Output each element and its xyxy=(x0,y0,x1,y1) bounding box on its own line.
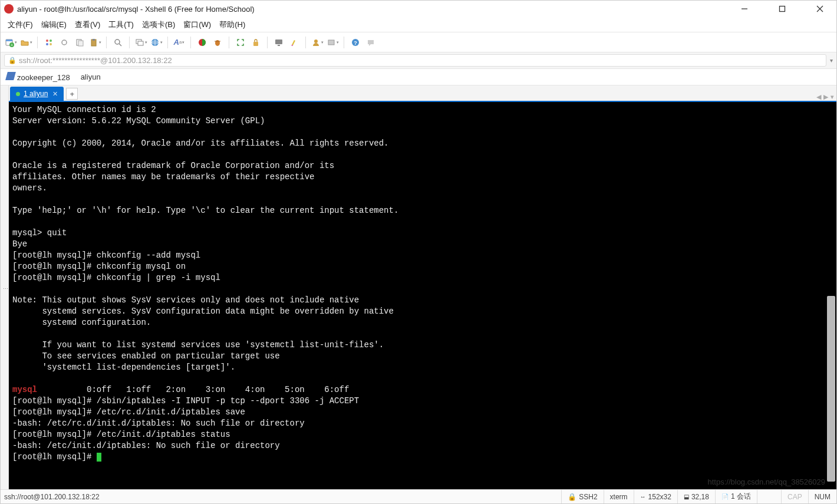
tab-nav: ◀ ▶ ▾ xyxy=(816,93,834,101)
address-bar: 🔒 ssh://root:****************@101.200.13… xyxy=(1,52,836,69)
menu-file[interactable]: 文件(F) xyxy=(4,18,37,31)
svg-rect-19 xyxy=(138,41,143,45)
status-num: NUM xyxy=(808,490,836,503)
left-gutter[interactable]: ⋮ xyxy=(1,85,9,489)
terminal-scrollbar[interactable] xyxy=(826,102,836,489)
main-area: ⋮ 1 aliyun ✕ + ◀ ▶ ▾ Your MySQL connecti… xyxy=(1,85,836,489)
menubar: 文件(F) 编辑(E) 查看(V) 工具(T) 选项卡(B) 窗口(W) 帮助(… xyxy=(1,17,836,32)
globe-icon[interactable]: ▾ xyxy=(150,36,163,49)
svg-point-10 xyxy=(46,43,48,45)
search-icon[interactable] xyxy=(111,36,124,49)
toolbar-separator xyxy=(167,37,168,48)
menu-tabs[interactable]: 选项卡(B) xyxy=(139,18,179,31)
svg-rect-13 xyxy=(78,41,83,46)
sessions-icon[interactable]: ▾ xyxy=(134,36,147,49)
copy-icon[interactable] xyxy=(73,36,86,49)
fullscreen-icon[interactable] xyxy=(234,36,247,49)
menu-window[interactable]: 窗口(W) xyxy=(180,18,215,31)
toolbar-separator xyxy=(129,37,130,48)
toolbar-separator xyxy=(344,37,344,48)
open-button[interactable]: ▾ xyxy=(19,36,32,49)
status-bar: ssh://root@101.200.132.18:22 🔒SSH2 xterm… xyxy=(1,489,836,503)
menu-edit[interactable]: 编辑(E) xyxy=(38,18,70,31)
tab-aliyun[interactable]: 1 aliyun ✕ xyxy=(10,87,64,101)
scrollbar-thumb[interactable] xyxy=(827,296,835,482)
svg-rect-1 xyxy=(780,6,785,12)
svg-point-16 xyxy=(115,39,120,44)
tab-menu-icon[interactable]: ▾ xyxy=(831,93,834,101)
menu-view[interactable]: 查看(V) xyxy=(71,18,104,31)
session-aliyun[interactable]: aliyun xyxy=(81,73,101,81)
bug-icon[interactable] xyxy=(211,36,224,49)
status-connection: ssh://root@101.200.132.18:22 xyxy=(1,493,561,501)
toolbar-separator xyxy=(229,37,229,48)
chat-icon[interactable] xyxy=(364,36,377,49)
svg-rect-27 xyxy=(278,45,280,46)
status-sessions: 📄 1 会话 xyxy=(715,490,757,503)
session-icon xyxy=(5,72,16,80)
window-title: aliyun - root@lh:/usr/local/src/mysql - … xyxy=(17,5,731,14)
status-extra xyxy=(757,490,781,503)
toolbar-separator xyxy=(37,37,38,48)
status-cap: CAP xyxy=(781,490,808,503)
svg-line-17 xyxy=(119,44,121,46)
svg-rect-25 xyxy=(253,42,258,46)
app-icon xyxy=(4,4,14,14)
more-icon[interactable]: ▾ xyxy=(326,36,339,49)
status-size: ↔ 152x32 xyxy=(634,490,677,503)
paste-icon[interactable]: ▾ xyxy=(88,36,101,49)
app-window: aliyun - root@lh:/usr/local/src/mysql - … xyxy=(0,0,837,504)
highlight-icon[interactable] xyxy=(288,36,301,49)
address-input[interactable]: 🔒 ssh://root:****************@101.200.13… xyxy=(4,54,826,67)
status-cursor: ⬓ 32,18 xyxy=(677,490,715,503)
close-button[interactable] xyxy=(807,1,833,17)
user-icon[interactable]: ▾ xyxy=(311,36,324,49)
svg-rect-5 xyxy=(6,39,12,41)
toolbar-separator xyxy=(305,37,306,48)
svg-text:+: + xyxy=(10,43,12,47)
new-tab-button[interactable]: + xyxy=(66,88,78,100)
address-text: ssh://root:****************@101.200.132.… xyxy=(19,56,172,65)
terminal-wrap: 1 aliyun ✕ + ◀ ▶ ▾ Your MySQL connection… xyxy=(9,85,836,489)
toolbar: +▾ ▾ ▾ ▾ ▾ Aa▾ ▾ ▾ ? xyxy=(1,32,836,52)
svg-point-8 xyxy=(46,39,48,42)
menu-tools[interactable]: 工具(T) xyxy=(105,18,137,31)
terminal[interactable]: Your MySQL connection id is 2 Server ver… xyxy=(9,101,836,489)
toolbar-separator xyxy=(267,37,268,48)
font-icon[interactable]: Aa▾ xyxy=(173,36,186,49)
desktop-icon[interactable] xyxy=(272,36,285,49)
svg-text:?: ? xyxy=(354,40,357,46)
toolbar-separator xyxy=(106,37,107,48)
color-scheme-icon[interactable] xyxy=(196,36,209,49)
lock-icon[interactable] xyxy=(249,36,262,49)
lock-icon: 🔒 xyxy=(8,57,17,64)
reconnect-icon[interactable] xyxy=(58,36,71,49)
tab-close-icon[interactable]: ✕ xyxy=(52,90,58,98)
status-ssh: 🔒SSH2 xyxy=(561,490,603,503)
tab-prev-icon[interactable]: ◀ xyxy=(816,93,821,101)
svg-point-28 xyxy=(314,39,318,43)
new-session-button[interactable]: +▾ xyxy=(4,36,17,49)
svg-rect-15 xyxy=(93,39,95,41)
address-dropdown-icon[interactable]: ▾ xyxy=(830,57,833,64)
maximize-button[interactable] xyxy=(769,1,795,17)
svg-rect-26 xyxy=(275,39,282,44)
status-term: xterm xyxy=(604,490,634,503)
minimize-button[interactable] xyxy=(731,1,757,17)
svg-rect-29 xyxy=(328,40,334,45)
svg-point-9 xyxy=(50,39,52,42)
titlebar[interactable]: aliyun - root@lh:/usr/local/src/mysql - … xyxy=(1,1,836,17)
session-bar: zookeeper_128 aliyun xyxy=(1,69,836,85)
session-zookeeper[interactable]: zookeeper_128 xyxy=(6,72,70,82)
toolbar-separator xyxy=(190,37,191,48)
tab-label: 1 aliyun xyxy=(24,90,48,98)
tab-strip: 1 aliyun ✕ + ◀ ▶ ▾ xyxy=(9,85,836,101)
properties-icon[interactable] xyxy=(42,36,55,49)
help-icon[interactable]: ? xyxy=(349,36,362,49)
menu-help[interactable]: 帮助(H) xyxy=(216,18,249,31)
svg-point-11 xyxy=(50,43,52,45)
status-dot-icon xyxy=(16,92,20,96)
window-controls xyxy=(731,1,833,17)
tab-next-icon[interactable]: ▶ xyxy=(823,93,828,101)
